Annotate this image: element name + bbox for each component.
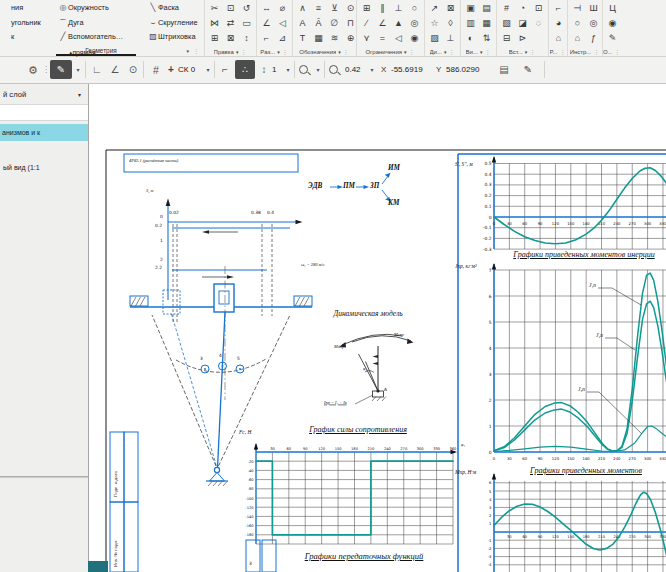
tool-icon[interactable]: ⊠ (443, 1, 458, 15)
tool-icon[interactable]: ⊳ (515, 31, 530, 45)
chevron-down-icon[interactable]: ▾ (480, 49, 483, 55)
drag-grip-icon[interactable]: ⋮ (282, 48, 288, 55)
tool-icon[interactable]: ∕ (359, 16, 374, 30)
tool-icon[interactable]: ∠ (259, 16, 274, 30)
tool-icon[interactable]: A (295, 16, 310, 30)
tool-icon[interactable]: ⌐ (551, 1, 566, 15)
chevron-down-icon[interactable]: ▾ (444, 49, 447, 55)
chevron-down-icon[interactable]: ▾ (203, 57, 213, 83)
geometry-tool-circle[interactable]: ◎Окружность (58, 3, 109, 18)
tool-icon[interactable]: ≡ (311, 1, 326, 15)
tool-icon[interactable]: ⊥ (443, 31, 458, 45)
geometry-tool-arc[interactable]: ⌒Дуга (58, 18, 84, 33)
magnifier-icon[interactable] (299, 65, 311, 77)
drag-grip-icon[interactable]: ⋮ (42, 57, 48, 83)
tool-icon[interactable]: ◉ (605, 16, 620, 30)
tree-item-selected[interactable]: анизмов и к (0, 124, 88, 141)
tree-filter-field[interactable] (0, 104, 88, 121)
tool-icon[interactable]: ◕ (551, 16, 566, 30)
tool-icon[interactable]: ∅ (327, 16, 342, 30)
tool-icon[interactable]: ∧ (295, 1, 310, 15)
tool-icon[interactable]: ▦ (479, 16, 494, 30)
tool-icon[interactable]: ▣ (463, 1, 478, 15)
tool-icon[interactable]: ◌ (531, 16, 546, 30)
tool-icon[interactable]: ▥ (463, 16, 478, 30)
tool-icon[interactable]: ⇅ (479, 31, 494, 45)
tool-icon[interactable]: ⊡ (223, 1, 238, 15)
tool-icon[interactable]: Ш (586, 1, 601, 15)
chevron-down-icon[interactable]: ▾ (313, 57, 323, 83)
geometry-tool-chamfer[interactable]: ╲Фаска (148, 3, 179, 18)
tool-icon[interactable]: ▧ (499, 16, 514, 30)
tool-icon[interactable]: ◎ (586, 16, 601, 30)
tool-icon[interactable]: ↗ (427, 1, 442, 15)
tool-icon[interactable]: ☆ (427, 16, 442, 30)
y-coordinate-value[interactable]: 586.0290 (446, 57, 479, 83)
tool-icon[interactable]: ◪ (515, 16, 530, 30)
drag-grip-icon[interactable]: ⋮ (193, 47, 199, 55)
chevron-down-icon[interactable]: ▾ (404, 49, 407, 55)
tool-icon[interactable]: ⊠ (223, 31, 238, 45)
tool-icon[interactable]: ⋈ (207, 16, 222, 30)
chevron-down-icon[interactable]: ▾ (277, 49, 280, 55)
tool-icon[interactable]: ⊞ (207, 31, 222, 45)
drag-grip-icon[interactable]: ⋮ (559, 48, 565, 55)
tool-icon[interactable]: ∠ (375, 16, 390, 30)
drag-grip-icon[interactable]: ⋮ (484, 48, 490, 55)
tool-icon[interactable]: ◁ (391, 31, 406, 45)
document-icon[interactable]: ▤ (496, 57, 512, 83)
tool-icon[interactable]: ⊡ (531, 1, 546, 15)
drag-grip-icon[interactable]: ⋮ (448, 48, 454, 55)
tool-icon[interactable]: ⋎ (359, 31, 374, 45)
tool-icon[interactable]: ⊟ (499, 31, 514, 45)
tool-icon[interactable]: Ц (605, 1, 620, 15)
tool-icon[interactable]: # (499, 1, 514, 15)
snap-point-icon[interactable]: ⊙ (125, 57, 141, 83)
geometry-tool-line[interactable]: ния (1, 3, 23, 18)
tool-icon[interactable]: ⊣ (570, 1, 585, 15)
geometry-tool-segment[interactable]: к (1, 32, 14, 47)
tool-icon[interactable]: ⌐ (259, 31, 274, 45)
tool-icon[interactable]: ◔ (515, 1, 530, 15)
tool-icon[interactable]: ▤ (479, 1, 494, 15)
tool-icon[interactable]: ⊻ (327, 1, 342, 15)
gear-icon[interactable]: ⚙ (26, 57, 40, 83)
tool-icon[interactable]: ▲ (391, 16, 406, 30)
geometry-tool-hatch[interactable]: ▨Штриховка (148, 32, 196, 47)
snap-perpendicular-icon[interactable]: ∟ (89, 57, 105, 83)
drag-grip-icon[interactable]: ⋮ (529, 48, 535, 55)
tool-icon[interactable]: ⌂ (570, 31, 585, 45)
chevron-down-icon[interactable]: ▾ (338, 49, 341, 55)
zoom-value[interactable]: 0.42 (345, 57, 361, 83)
tool-icon[interactable]: ≋ (327, 31, 342, 45)
tool-icon[interactable]: ↺ (239, 1, 254, 15)
snap-angle-icon[interactable]: ∠ (107, 57, 123, 83)
tool-icon[interactable]: ◊ (443, 16, 458, 30)
pencil-style-button[interactable]: ✎ (50, 60, 72, 79)
chevron-down-icon[interactable]: ▾ (283, 57, 293, 83)
tool-icon[interactable]: ○ (407, 1, 422, 15)
pen-icon[interactable]: ✎ (520, 57, 536, 83)
geometry-tool-rectangle[interactable]: угольник (1, 18, 41, 33)
drag-grip-icon[interactable]: ⋮ (409, 48, 415, 55)
tool-icon[interactable]: ƒ (586, 31, 601, 45)
zoom-icon[interactable] (329, 65, 341, 77)
tool-icon[interactable]: ✂ (207, 1, 222, 15)
tool-icon[interactable]: ⊥ (391, 1, 406, 15)
tool-icon[interactable]: ◉ (407, 31, 422, 45)
tool-icon[interactable]: ○ (570, 16, 585, 30)
tool-icon[interactable]: ↕ (239, 31, 254, 45)
chevron-down-icon[interactable]: ▾ (236, 49, 239, 55)
layer-dropdown[interactable]: й слой ▾ (0, 88, 88, 102)
tool-icon[interactable]: = (375, 31, 390, 45)
coordinate-system-value[interactable]: СК 0 (178, 57, 195, 83)
tool-icon[interactable]: Ā (311, 16, 326, 30)
chevron-down-icon[interactable]: ▾ (367, 57, 377, 83)
rounding-snap-button[interactable]: ∴ (235, 60, 255, 79)
tool-icon[interactable]: ◐ (463, 31, 478, 45)
drag-grip-icon[interactable]: ⋮ (593, 48, 599, 55)
drag-grip-icon[interactable]: ⋮ (614, 48, 620, 55)
tool-icon[interactable]: ▭ (239, 16, 254, 30)
drag-grip-icon[interactable]: ⋮ (240, 48, 246, 55)
chevron-down-icon[interactable]: ▾ (186, 47, 189, 55)
